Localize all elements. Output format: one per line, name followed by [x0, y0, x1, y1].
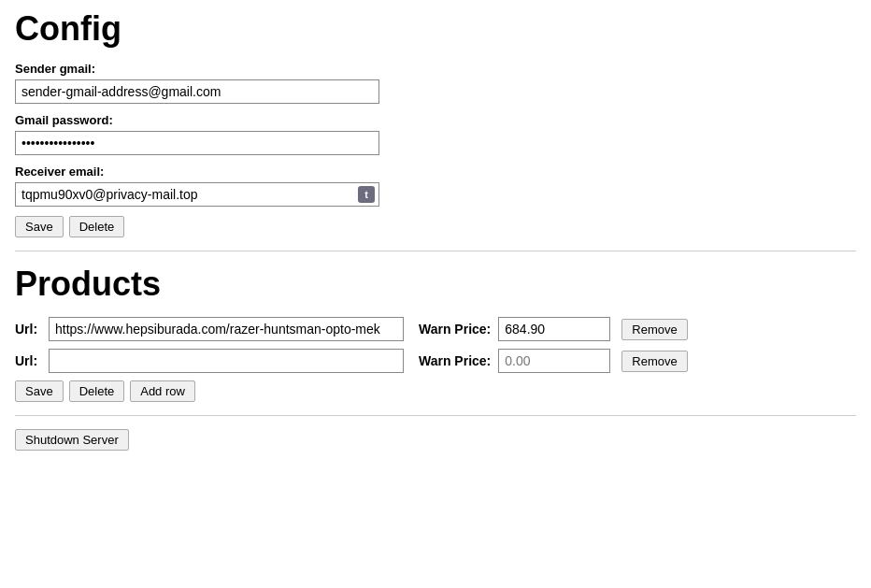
url-label-2: Url:	[15, 353, 41, 368]
password-label: Gmail password:	[15, 113, 856, 127]
products-save-button[interactable]: Save	[15, 380, 64, 402]
shutdown-section: Shutdown Server	[15, 429, 856, 451]
sender-input[interactable]	[15, 79, 379, 104]
products-delete-button[interactable]: Delete	[69, 380, 125, 402]
add-row-button[interactable]: Add row	[130, 380, 195, 402]
config-divider	[15, 251, 856, 251]
config-section: Config Sender gmail: Gmail password: Rec…	[15, 9, 856, 237]
receiver-label: Receiver email:	[15, 165, 856, 179]
receiver-icon: t	[358, 186, 375, 203]
products-divider	[15, 415, 856, 416]
config-delete-button[interactable]: Delete	[69, 216, 125, 237]
url-label-1: Url:	[15, 322, 41, 337]
receiver-input[interactable]	[16, 183, 358, 206]
shutdown-server-button[interactable]: Shutdown Server	[15, 429, 129, 451]
receiver-field-group: Receiver email: t	[15, 165, 856, 207]
remove-button-2[interactable]: Remove	[621, 351, 687, 372]
products-button-row: Save Delete Add row	[15, 380, 856, 402]
url-input-2[interactable]	[49, 349, 404, 373]
config-title: Config	[15, 9, 856, 49]
receiver-input-wrap: t	[15, 182, 379, 207]
password-input[interactable]	[15, 131, 379, 155]
warn-price-label-1: Warn Price:	[419, 322, 491, 337]
warn-price-label-2: Warn Price:	[419, 353, 491, 368]
products-title: Products	[15, 265, 856, 304]
url-input-1[interactable]	[49, 317, 404, 341]
password-field-group: Gmail password:	[15, 113, 856, 155]
warn-price-input-1[interactable]	[498, 317, 610, 341]
product-row-1: Url: Warn Price: Remove	[15, 317, 856, 341]
sender-label: Sender gmail:	[15, 62, 856, 76]
remove-button-1[interactable]: Remove	[621, 319, 687, 340]
config-save-button[interactable]: Save	[15, 216, 64, 237]
sender-field-group: Sender gmail:	[15, 62, 856, 104]
config-button-row: Save Delete	[15, 216, 856, 237]
products-section: Products Url: Warn Price: Remove Url: Wa…	[15, 265, 856, 402]
product-row-2: Url: Warn Price: Remove	[15, 349, 856, 373]
warn-price-input-2[interactable]	[498, 349, 610, 373]
